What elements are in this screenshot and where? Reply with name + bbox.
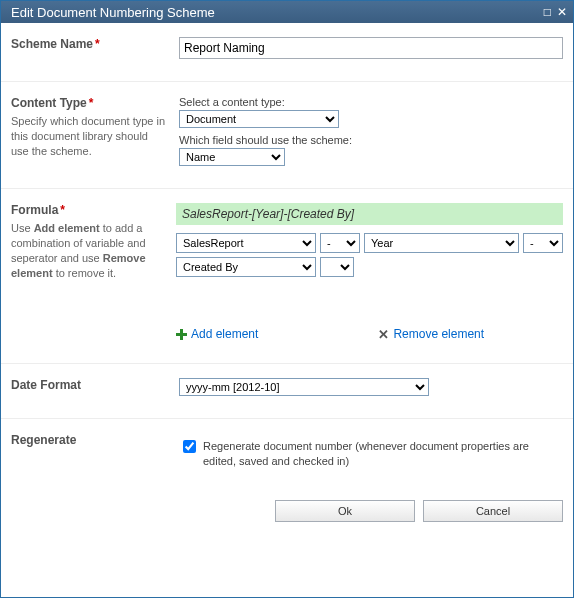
section-regenerate: Regenerate Regenerate document number (w… (1, 419, 573, 492)
content-type-select-label: Select a content type: (179, 96, 563, 108)
required-marker: * (95, 37, 100, 51)
scheme-name-heading-text: Scheme Name (11, 37, 93, 51)
content-type-heading-text: Content Type (11, 96, 87, 110)
content-type-field-label: Which field should use the scheme: (179, 134, 563, 146)
add-element-label: Add element (191, 327, 258, 341)
formula-sep2-select[interactable]: - (523, 233, 563, 253)
formula-heading-text: Formula (11, 203, 58, 217)
plus-icon (176, 329, 187, 340)
ok-button[interactable]: Ok (275, 500, 415, 522)
content-type-desc: Specify which document type in this docu… (11, 114, 167, 159)
content-type-select[interactable]: Document (179, 110, 339, 128)
section-date-format: Date Format yyyy-mm [2012-10] (1, 364, 573, 419)
section-content-type: Content Type* Specify which document typ… (1, 82, 573, 189)
date-format-heading: Date Format (11, 378, 167, 392)
formula-el1-select[interactable]: SalesReport (176, 233, 316, 253)
section-formula: Formula* Use Add element to add a combin… (1, 189, 573, 364)
required-marker: * (60, 203, 65, 217)
dialog: Edit Document Numbering Scheme □ ✕ Schem… (0, 0, 574, 598)
content-type-heading: Content Type* (11, 96, 167, 110)
close-icon[interactable]: ✕ (557, 6, 567, 18)
scheme-name-input[interactable] (179, 37, 563, 59)
content-type-field-select[interactable]: Name (179, 148, 285, 166)
formula-desc: Use Add element to add a combination of … (11, 221, 164, 280)
required-marker: * (89, 96, 94, 110)
formula-sep1-select[interactable]: - (320, 233, 360, 253)
titlebar: Edit Document Numbering Scheme □ ✕ (1, 1, 573, 23)
formula-row-2: Created By (176, 257, 563, 277)
add-element-link[interactable]: Add element (176, 327, 258, 341)
scheme-name-heading: Scheme Name* (11, 37, 167, 51)
date-format-select[interactable]: yyyy-mm [2012-10] (179, 378, 429, 396)
formula-sep3-select[interactable] (320, 257, 354, 277)
formula-el3-select[interactable]: Created By (176, 257, 316, 277)
remove-element-link[interactable]: ✕ Remove element (378, 327, 484, 341)
formula-heading: Formula* (11, 203, 164, 217)
regenerate-heading: Regenerate (11, 433, 167, 447)
formula-preview: SalesReport-[Year]-[Created By] (176, 203, 563, 225)
maximize-icon[interactable]: □ (544, 6, 551, 18)
regenerate-label: Regenerate document number (whenever doc… (203, 439, 563, 470)
formula-actions: Add element ✕ Remove element (176, 327, 563, 341)
formula-el2-select[interactable]: Year (364, 233, 519, 253)
remove-element-label: Remove element (393, 327, 484, 341)
regenerate-checkbox[interactable] (183, 440, 196, 453)
section-scheme-name: Scheme Name* (1, 23, 573, 82)
cancel-button[interactable]: Cancel (423, 500, 563, 522)
formula-row-1: SalesReport - Year - (176, 233, 563, 253)
button-row: Ok Cancel (1, 492, 573, 534)
x-icon: ✕ (378, 328, 389, 341)
dialog-content: Scheme Name* Content Type* Specify which… (1, 23, 573, 597)
dialog-title: Edit Document Numbering Scheme (11, 5, 544, 20)
